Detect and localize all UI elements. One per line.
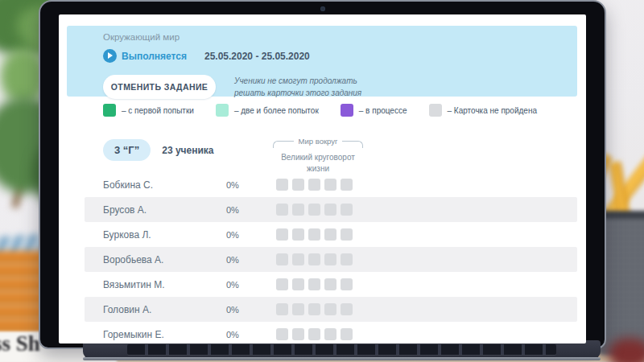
progress-cell — [276, 328, 288, 340]
progress-cell — [341, 204, 353, 216]
progress-cell — [276, 204, 288, 216]
progress-cell — [324, 303, 336, 315]
progress-cell — [308, 228, 320, 241]
laptop-screen-content: Окружающий мир Выполняется 25.05.2020 - … — [59, 14, 586, 343]
progress-cell — [308, 278, 320, 290]
task-header-panel: Окружающий мир Выполняется 25.05.2020 - … — [67, 26, 577, 97]
student-percent: 0% — [226, 255, 239, 265]
table-row: Горемыкин Е. 0% — [85, 322, 577, 343]
progress-cell — [341, 278, 353, 290]
student-name: Головин А. — [103, 304, 151, 315]
student-percent: 0% — [226, 280, 239, 290]
student-percent: 0% — [226, 205, 239, 215]
legend-label: – с первой попытки — [122, 106, 194, 115]
student-name: Вязьмитин М. — [103, 279, 165, 290]
student-percent: 0% — [226, 230, 239, 240]
legend-item: – две и более попыток — [216, 104, 319, 117]
legend-swatch — [341, 104, 353, 117]
table-row: Буркова Л. 0% — [85, 222, 577, 247]
date-range: 25.05.2020 - 25.05.2020 — [204, 51, 310, 62]
progress-cell — [324, 278, 336, 290]
students-count: 23 ученика — [162, 145, 213, 156]
legend-label: – Карточка не пройдена — [448, 106, 538, 115]
progress-cell — [308, 253, 320, 265]
progress-cell — [292, 228, 304, 241]
card-title: Великий круговорот жизни — [273, 152, 363, 174]
progress-cell — [308, 179, 320, 191]
cancel-note: Ученики не смогут продолжать решать карт… — [234, 76, 379, 99]
status-label: Выполняется — [122, 51, 187, 62]
progress-cell — [308, 204, 320, 216]
bracket-line — [342, 141, 363, 148]
progress-cells — [276, 253, 353, 265]
progress-cell — [341, 228, 353, 241]
legend-item: – с первой попытки — [103, 104, 194, 117]
progress-cells — [276, 228, 353, 241]
legend-item: – Карточка не пройдена — [429, 104, 538, 117]
progress-cell — [324, 179, 336, 191]
bracket-line — [273, 141, 294, 148]
group-bracket: Мир вокруг — [273, 137, 363, 148]
scene: ss Sh Окружающий мир Выполняется 25.05.2… — [0, 0, 644, 362]
progress-cell — [324, 204, 336, 216]
legend-label: – две и более попыток — [234, 106, 319, 115]
table-row: Головин А. 0% — [85, 297, 577, 322]
progress-cells — [276, 179, 353, 191]
progress-cell — [292, 204, 304, 216]
progress-cell — [276, 228, 288, 241]
student-name: Бобкина С. — [103, 179, 153, 191]
column-group-header: Мир вокруг Великий круговорот жизни — [273, 137, 363, 174]
table-row: Вязьмитин М. 0% — [85, 272, 577, 297]
laptop-keys — [127, 344, 556, 355]
progress-cell — [276, 303, 288, 315]
progress-cell — [276, 278, 288, 290]
legend-swatch — [429, 104, 442, 117]
progress-cells — [276, 303, 353, 315]
progress-cell — [292, 328, 304, 340]
cancel-task-button[interactable]: ОТМЕНИТЬ ЗАДАНИЕ — [103, 75, 216, 99]
progress-cell — [324, 253, 336, 265]
class-tab[interactable]: 3 “Г” — [103, 139, 151, 161]
table-row: Воробьева А. 0% — [85, 247, 577, 272]
progress-cell — [292, 179, 304, 191]
webcam-dot — [320, 6, 325, 11]
students-table[interactable]: Бобкина С. 0% Брусов А. 0% Буркова Л. 0%… — [85, 172, 577, 343]
progress-cells — [276, 278, 353, 290]
progress-cell — [308, 303, 320, 315]
class-info-row: 3 “Г” 23 ученика — [103, 139, 214, 161]
table-row: Бобкина С. 0% — [85, 172, 577, 197]
student-percent: 0% — [226, 180, 239, 190]
progress-cells — [276, 328, 353, 340]
table-row: Брусов А. 0% — [85, 197, 577, 222]
progress-cell — [341, 303, 353, 315]
progress-cell — [324, 328, 336, 340]
progress-cell — [276, 179, 288, 191]
student-percent: 0% — [226, 330, 239, 339]
laptop-front-edge — [83, 357, 601, 360]
progress-cell — [341, 179, 353, 191]
progress-cell — [341, 253, 353, 265]
student-name: Буркова Л. — [103, 229, 151, 241]
progress-cell — [308, 328, 320, 340]
course-group-label: Мир вокруг — [294, 137, 343, 146]
status-row: Выполняется 25.05.2020 - 25.05.2020 — [103, 49, 310, 63]
progress-cell — [276, 253, 288, 265]
progress-cell — [324, 228, 336, 241]
student-name: Воробьева А. — [103, 254, 163, 265]
progress-cell — [292, 278, 304, 290]
legend-swatch — [103, 104, 116, 117]
student-name: Горемыкин Е. — [103, 329, 164, 340]
progress-cell — [292, 253, 304, 265]
progress-cell — [341, 328, 353, 340]
student-percent: 0% — [226, 305, 239, 315]
student-name: Брусов А. — [103, 204, 147, 216]
legend-swatch — [216, 104, 229, 117]
legend-item: – в процессе — [341, 104, 407, 117]
progress-cell — [292, 303, 304, 315]
legend-label: – в процессе — [359, 106, 407, 115]
progress-cells — [276, 204, 353, 216]
legend: – с первой попытки – две и более попыток… — [103, 104, 537, 117]
play-icon — [103, 49, 117, 63]
subject-title: Окружающий мир — [103, 32, 180, 42]
